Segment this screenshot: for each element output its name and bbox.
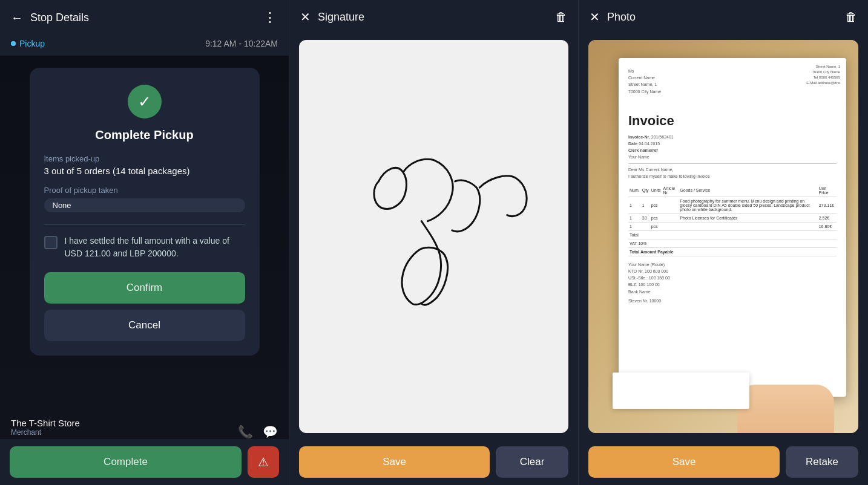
- cell-17: [679, 222, 817, 230]
- addr-line2: 70306 City Name: [806, 70, 840, 75]
- complete-pickup-modal: ✓ Complete Pickup Items picked-up 3 out …: [30, 68, 260, 356]
- signature-save-button[interactable]: Save: [299, 446, 490, 478]
- cell-16: [662, 222, 679, 230]
- signature-title: Signature: [318, 11, 364, 24]
- addr-line3: Tel 0000 445565: [806, 75, 840, 80]
- alert-icon: ⚠: [258, 455, 269, 469]
- signature-header: ✕ Signature 🗑: [289, 0, 578, 34]
- vat-row: VAT 10%: [628, 239, 837, 247]
- photo-retake-button[interactable]: Retake: [786, 446, 858, 478]
- pickup-time-row: Pickup 9:12 AM - 10:22AM: [0, 35, 289, 56]
- back-button[interactable]: ←: [11, 11, 23, 25]
- message-icon[interactable]: 💬: [263, 425, 278, 439]
- col-article: Article Nr.: [662, 184, 679, 197]
- col-goods: Goods / Service: [679, 184, 817, 197]
- cell-8: 33: [641, 213, 650, 222]
- inv-date-label: Date: [628, 142, 637, 146]
- cell-14: [641, 222, 650, 230]
- settlement-checkbox[interactable]: [44, 236, 58, 249]
- check-icon: ✓: [128, 85, 162, 119]
- inv-clerk-label: Clerk name/ref: [628, 148, 658, 152]
- col-price: Unit Price: [818, 184, 837, 197]
- photo-save-button[interactable]: Save: [588, 446, 780, 478]
- merchant-info: The T-Shirt Store Merchant: [11, 418, 80, 437]
- cell-18: 16.80€: [818, 222, 837, 230]
- photo-canvas: Street Name, 1 70306 City Name Tel 0000 …: [588, 40, 858, 433]
- invoice-address: Street Name, 1 70306 City Name Tel 0000 …: [806, 64, 840, 86]
- photo-content: Street Name, 1 70306 City Name Tel 0000 …: [588, 40, 858, 433]
- merchant-label: Merchant: [11, 428, 80, 437]
- cell-11: Photo Licenses for Certificates: [679, 213, 817, 222]
- signature-header-left: ✕ Signature: [300, 10, 364, 24]
- inv-nr-label: Invoice-Nr.: [628, 135, 650, 139]
- complete-button[interactable]: Complete: [10, 446, 242, 478]
- cancel-button[interactable]: Cancel: [44, 310, 245, 341]
- addr-line1: Street Name, 1: [806, 64, 840, 70]
- vat-label: VAT 10%: [628, 239, 818, 247]
- invoice-sender: MsCurrent NameStreet Name, 170000 City N…: [628, 68, 837, 95]
- cell-3: pcs: [650, 197, 662, 213]
- items-label: Items picked-up: [44, 154, 245, 163]
- col-units: Units: [650, 184, 662, 197]
- panel-stop-details: ← Stop Details ⋮ Pickup 9:12 AM - 10:22A…: [0, 0, 289, 485]
- merchant-name: The T-Shirt Store: [11, 418, 80, 428]
- pickup-label: Pickup: [19, 39, 45, 48]
- photo-header: ✕ Photo 🗑: [579, 0, 868, 34]
- divider: [44, 224, 245, 225]
- table-row-2: 1 33 pcs Photo Licenses for Certificates…: [628, 213, 837, 222]
- time-range: 9:12 AM - 10:22AM: [205, 39, 278, 48]
- signature-canvas[interactable]: [299, 40, 568, 433]
- amount-payable-value: [818, 247, 837, 256]
- cell-13: 1: [628, 222, 641, 230]
- menu-button[interactable]: ⋮: [263, 10, 278, 25]
- amount-payable-row: Total Amount Payable: [628, 247, 837, 256]
- vat-value: [818, 239, 837, 247]
- modal-title: Complete Pickup: [44, 128, 245, 142]
- cell-1: 1: [628, 197, 641, 213]
- cell-6: 273.11€: [818, 197, 837, 213]
- signature-trash-button[interactable]: 🗑: [555, 10, 567, 24]
- pickup-dot: [11, 41, 16, 46]
- total-value: [818, 230, 837, 239]
- phone-icon[interactable]: 📞: [238, 425, 253, 439]
- photo-title: Photo: [607, 11, 636, 24]
- col-num: Num.: [628, 184, 641, 197]
- cell-15: pcs: [650, 222, 662, 230]
- settlement-text: I have settled the full amount with a va…: [65, 235, 245, 260]
- invoice-paper: Street Name, 1 70306 City Name Tel 0000 …: [619, 58, 846, 397]
- invoice-reference: Steven Nr. 10000: [628, 298, 837, 304]
- modal-icon-container: ✓: [44, 85, 245, 119]
- hand-illustration: [737, 385, 834, 433]
- items-value: 3 out of 5 orders (14 total packages): [44, 166, 245, 176]
- photo-trash-button[interactable]: 🗑: [845, 10, 857, 24]
- invoice-divider: [628, 163, 837, 164]
- cell-2: 1: [641, 197, 650, 213]
- cell-10: [662, 213, 679, 222]
- amount-payable-label: Total Amount Payable: [628, 247, 818, 256]
- alert-button[interactable]: ⚠: [248, 446, 279, 478]
- proof-value-badge: None: [44, 198, 245, 212]
- cell-9: pcs: [650, 213, 662, 222]
- action-icons: 📞 💬: [238, 425, 278, 439]
- paper-bottom: [613, 373, 749, 409]
- pickup-badge: Pickup: [11, 39, 45, 48]
- total-label: Total: [628, 230, 818, 239]
- signature-drawing: [299, 40, 568, 433]
- proof-label: Proof of pickup taken: [44, 186, 245, 195]
- panel-signature: ✕ Signature 🗑 Save Clear: [289, 0, 579, 485]
- bottom-bar: Complete ⚠: [0, 439, 289, 485]
- signature-clear-button[interactable]: Clear: [496, 446, 568, 478]
- signature-buttons: Save Clear: [289, 439, 578, 485]
- cell-7: 1: [628, 213, 641, 222]
- cell-12: 2.52€: [818, 213, 837, 222]
- photo-close-button[interactable]: ✕: [590, 10, 600, 24]
- photo-buttons: Save Retake: [579, 439, 868, 485]
- confirm-button[interactable]: Confirm: [44, 272, 245, 304]
- page-title: Stop Details: [30, 11, 89, 24]
- table-header-row: Num. Qty Units Article Nr. Goods / Servi…: [628, 184, 837, 197]
- signature-close-button[interactable]: ✕: [300, 10, 311, 24]
- cell-5: Food photography for summer menu. Menu d…: [679, 197, 817, 213]
- col-qty: Qty: [641, 184, 650, 197]
- settlement-checkbox-row[interactable]: I have settled the full amount with a va…: [44, 235, 245, 260]
- header-left: ← Stop Details: [11, 11, 89, 25]
